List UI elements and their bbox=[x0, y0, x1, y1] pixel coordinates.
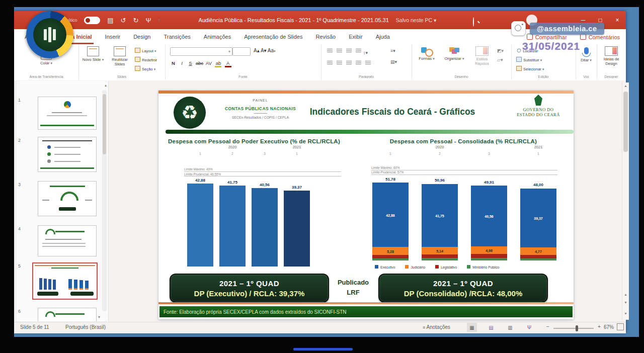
tab-revisão[interactable]: Revisão bbox=[309, 29, 342, 44]
arrange-button[interactable]: Organizar ▾ bbox=[441, 46, 468, 61]
close-button[interactable]: × bbox=[609, 11, 626, 29]
legend-item-executivo: Executivo bbox=[375, 265, 395, 269]
thumb-deco bbox=[59, 207, 76, 211]
slide-thumbnail-5[interactable] bbox=[32, 262, 98, 300]
highlight-color-button[interactable]: ab bbox=[215, 60, 221, 67]
convert-smartart-button[interactable]: ▤▾ bbox=[390, 59, 397, 64]
thumb-deco bbox=[44, 279, 47, 290]
chart-segment-legislativo bbox=[372, 255, 409, 258]
x-axis-year-label: 2020 bbox=[222, 145, 243, 149]
slide-counter[interactable]: Slide 5 de 11 bbox=[20, 324, 49, 330]
language-indicator[interactable]: Português (Brasil) bbox=[65, 324, 106, 330]
search-icon[interactable] bbox=[473, 18, 474, 27]
bold-button[interactable]: N bbox=[170, 60, 177, 66]
shapes-button[interactable]: Formas ▾ bbox=[415, 46, 439, 61]
tab-design[interactable]: Design bbox=[127, 29, 157, 44]
reading-view-button[interactable]: ▥ bbox=[505, 323, 515, 332]
new-slide-button[interactable]: Novo Slide ▾ bbox=[82, 46, 105, 62]
instagram-icon bbox=[511, 21, 526, 36]
chart-legend: ExecutivoJudiciárioLegislativoMinistério… bbox=[375, 265, 500, 269]
autosave-toggle[interactable] bbox=[84, 17, 100, 24]
notes-button[interactable]: ≡ Anotações bbox=[423, 324, 450, 330]
italic-button[interactable]: I bbox=[179, 60, 185, 66]
replace-button[interactable]: Substituir ▾ bbox=[516, 57, 542, 62]
normal-view-button[interactable]: ▦ bbox=[467, 323, 477, 332]
tab-exibir[interactable]: Exibir bbox=[342, 29, 369, 44]
customize-toolbar-chevron-icon[interactable]: ▾ bbox=[158, 18, 160, 22]
shape-fill-button[interactable]: ◩▾ bbox=[497, 48, 504, 53]
line-spacing-button[interactable]: ↕▾ bbox=[363, 50, 368, 55]
strikethrough-button[interactable]: abc bbox=[196, 60, 203, 66]
vertical-scrollbar[interactable]: ▴ ▴ ▾ ▾ bbox=[622, 82, 629, 320]
justify-button[interactable] bbox=[355, 60, 362, 66]
reuse-slides-button[interactable]: Reutilizar Slides bbox=[107, 46, 133, 67]
thumb-deco bbox=[68, 288, 72, 290]
indent-increase-button[interactable] bbox=[355, 48, 362, 54]
slide-thumbnail-4[interactable] bbox=[38, 225, 97, 256]
tab-inserir[interactable]: Inserir bbox=[99, 29, 127, 44]
save-icon[interactable]: ▤ bbox=[107, 17, 113, 24]
align-right-button[interactable] bbox=[345, 60, 353, 66]
thumb-deco bbox=[55, 313, 85, 315]
quick-styles-button[interactable]: Estilos Rápidos bbox=[469, 46, 495, 66]
replace-icon bbox=[516, 57, 522, 62]
paragraph-row-1: ↕▾ bbox=[325, 47, 368, 55]
tab-ajuda[interactable]: Ajuda bbox=[369, 29, 396, 44]
redo-icon[interactable]: ↻ bbox=[133, 17, 139, 24]
total-value-label: 49,91 bbox=[464, 180, 514, 185]
font-size-buttons[interactable]: A▴ A▾ Aa▾ bbox=[254, 48, 276, 53]
shape-outline-button[interactable]: ▱▾ bbox=[497, 57, 503, 62]
font-size-input[interactable] bbox=[232, 47, 251, 56]
scroll-down-icon[interactable]: ▾ bbox=[622, 311, 629, 316]
slide-thumbnail-3[interactable] bbox=[38, 181, 97, 216]
zoom-percentage[interactable]: 67% bbox=[604, 324, 614, 330]
panel-scroll-up-icon[interactable]: ▴ bbox=[105, 83, 107, 87]
zoom-in-button[interactable]: + bbox=[598, 324, 601, 329]
slide-sorter-view-button[interactable]: ▤ bbox=[486, 323, 496, 332]
saved-status[interactable]: Salvo neste PC ▾ bbox=[396, 17, 437, 23]
zoom-out-button[interactable]: − bbox=[546, 324, 549, 329]
slide-thumbnail-1[interactable] bbox=[38, 97, 97, 130]
reset-button[interactable]: Redefinir bbox=[135, 57, 157, 62]
panel-scrollbar[interactable] bbox=[102, 90, 107, 311]
zoom-slider[interactable] bbox=[553, 326, 594, 331]
font-name-input[interactable]: ▾ bbox=[170, 47, 232, 56]
scrollbar-thumb[interactable] bbox=[623, 92, 628, 152]
bullets-button[interactable] bbox=[326, 48, 334, 54]
slide-thumbnail-2[interactable] bbox=[38, 137, 97, 172]
select-button[interactable]: Selecionar ▾ bbox=[516, 66, 544, 71]
thumb-deco bbox=[74, 288, 77, 290]
thumb-deco bbox=[51, 268, 78, 269]
section-button[interactable]: Seção ▾ bbox=[135, 66, 155, 71]
undo-icon[interactable]: ↺ bbox=[121, 17, 126, 24]
presentation-icon[interactable]: Ψ bbox=[145, 17, 151, 24]
font-color-button[interactable]: A bbox=[225, 60, 231, 67]
scroll-up-icon[interactable]: ▴ bbox=[622, 83, 629, 88]
char-spacing-button[interactable]: AV bbox=[205, 60, 212, 66]
banner-consolidado-value: DP (Consolidado) /RCLA: 48,00% bbox=[379, 289, 547, 298]
thumb-deco bbox=[55, 231, 85, 232]
columns-button[interactable] bbox=[364, 60, 372, 66]
align-left-button[interactable] bbox=[326, 60, 334, 66]
panel-scroll-down-icon[interactable]: ▾ bbox=[98, 315, 100, 319]
slide-canvas[interactable]: ♻ PAINEL CONTAS PÚBLICAS NACIONAIS SECEx… bbox=[158, 91, 574, 319]
slideshow-button[interactable]: Ψ bbox=[524, 323, 534, 332]
slide-thumbnail-6[interactable] bbox=[38, 308, 97, 321]
align-center-button[interactable] bbox=[336, 60, 343, 66]
chart-segment-ministério-público bbox=[520, 258, 556, 260]
underline-button[interactable]: S bbox=[187, 60, 194, 66]
numbering-button[interactable] bbox=[336, 48, 343, 54]
tab-apresentação-de-slides[interactable]: Apresentação de Slides bbox=[237, 29, 309, 44]
limit-line bbox=[184, 171, 341, 172]
design-ideas-button[interactable]: Ideias de Design bbox=[599, 46, 624, 66]
indent-decrease-button[interactable] bbox=[345, 48, 353, 54]
tab-animações[interactable]: Animações bbox=[197, 29, 237, 44]
previous-slide-icon[interactable]: ▴ bbox=[622, 292, 629, 297]
text-direction-button[interactable]: ≡▾ bbox=[390, 48, 395, 53]
layout-icon bbox=[135, 48, 140, 53]
tab-transições[interactable]: Transições bbox=[157, 29, 197, 44]
layout-button[interactable]: Layout ▾ bbox=[135, 48, 156, 53]
powerpoint-window: Salvamento Automático ▤ ↺ ↻ Ψ ▾ Audiênci… bbox=[14, 11, 626, 333]
fit-to-window-icon[interactable] bbox=[617, 323, 624, 330]
next-slide-icon[interactable]: ▾ bbox=[622, 300, 629, 305]
